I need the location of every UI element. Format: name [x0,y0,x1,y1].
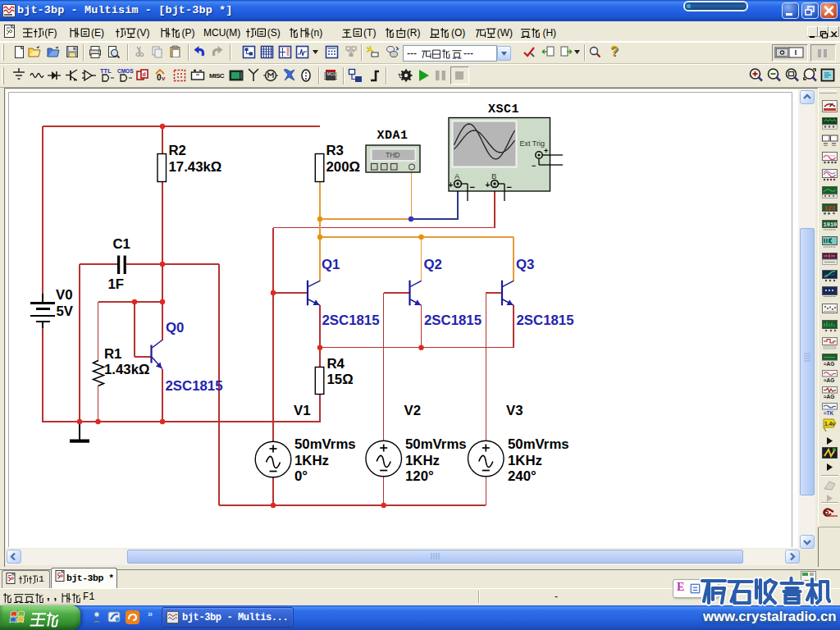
svg-text:THD: THD [386,151,399,159]
svg-text:+: + [544,147,548,155]
svg-text:C1: C1 [113,236,130,252]
svg-text:50mVrms: 50mVrms [405,436,467,452]
svg-text:−: − [532,162,536,170]
svg-text:V0: V0 [56,287,73,303]
svg-text:V1: V1 [294,403,311,418]
svg-text:−: − [507,182,512,192]
svg-text:R2: R2 [169,143,186,158]
svg-text:240°: 240° [508,468,536,484]
svg-text:2SC1815: 2SC1815 [322,313,380,328]
svg-text:B: B [491,171,496,180]
svg-text:Q2: Q2 [424,257,442,272]
svg-text:0°: 0° [294,468,308,484]
svg-text:Q0: Q0 [166,320,184,336]
svg-text:V3: V3 [506,403,523,418]
svg-text:2SC1815: 2SC1815 [517,313,574,328]
svg-text:120°: 120° [405,468,434,484]
svg-text:2SC1815: 2SC1815 [424,313,482,328]
svg-text:Q1: Q1 [322,257,340,272]
svg-text:1KHz: 1KHz [508,453,542,468]
svg-text:50mVrms: 50mVrms [508,436,569,452]
svg-text:5V: 5V [57,304,74,319]
svg-text:15Ω: 15Ω [327,372,354,387]
svg-text:1KHz: 1KHz [405,453,440,468]
svg-text:+: + [449,180,454,189]
svg-text:R4: R4 [327,356,345,372]
svg-text:Ext Trig: Ext Trig [520,139,546,148]
svg-text:−: − [470,182,475,192]
svg-text:Q3: Q3 [516,257,534,272]
svg-text:50mVrms: 50mVrms [294,436,356,452]
svg-text:A: A [454,171,460,180]
svg-text:2SC1815: 2SC1815 [166,378,223,394]
svg-text:XDA1: XDA1 [377,129,409,143]
svg-text:+: + [486,180,491,189]
svg-text:1F: 1F [108,276,125,292]
svg-text:R1: R1 [104,346,121,362]
svg-text:1.43kΩ: 1.43kΩ [104,362,149,377]
svg-text:200Ω: 200Ω [326,159,360,175]
svg-text:XSC1: XSC1 [488,103,519,116]
svg-text:1KHz: 1KHz [294,453,329,468]
svg-text:R3: R3 [326,143,344,158]
svg-text:17.43kΩ: 17.43kΩ [169,159,222,175]
svg-text:V2: V2 [404,403,422,418]
